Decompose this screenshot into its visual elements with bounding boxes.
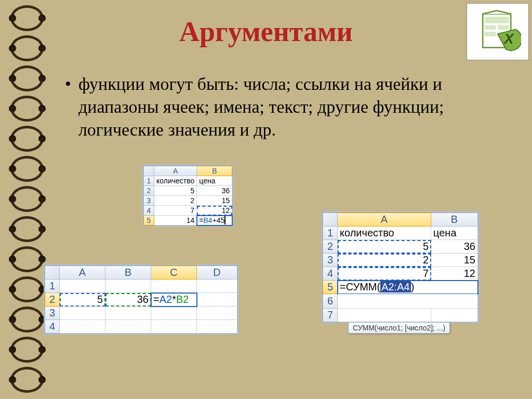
cell — [338, 294, 478, 309]
cell: цена — [197, 176, 232, 186]
row-header: 3 — [323, 254, 338, 267]
row-header: 2 — [323, 240, 338, 254]
row-header: 5 — [323, 281, 338, 294]
col-header-a: A — [154, 166, 197, 176]
row-header: 3 — [144, 196, 154, 206]
cell: 7 — [154, 206, 197, 216]
cell — [197, 307, 237, 320]
row-header: 4 — [144, 206, 154, 216]
row-header: 1 — [144, 176, 154, 186]
spiral-binding: // rings generated below by hydration — … — [10, 0, 47, 399]
body-paragraph: функции могут быть: числа; ссылки на яче… — [78, 73, 511, 142]
col-header-d: D — [197, 266, 237, 280]
row-header: 1 — [323, 227, 338, 240]
cell: количество — [154, 176, 197, 186]
cell: 12 — [431, 267, 478, 281]
col-header-a: A — [60, 266, 105, 280]
function-tooltip: СУММ(число1; [число2]; ...) — [348, 322, 450, 334]
cell — [105, 320, 151, 334]
cell-referenced: 36 — [105, 293, 151, 307]
cell-range-mid: 2 — [338, 254, 431, 267]
excel-snippet-3: A B 1 количество цена 2 5 36 3 2 15 4 7 … — [322, 212, 478, 323]
row-header: 4 — [323, 267, 338, 281]
col-header-b: B — [197, 166, 232, 176]
cell: 5 — [154, 186, 197, 196]
cell: 15 — [431, 254, 478, 267]
formula-range: A2:A4 — [380, 281, 410, 292]
cell — [60, 307, 105, 320]
slide-title: Аргументами — [0, 16, 532, 48]
cell — [197, 280, 237, 293]
formula-prefix: = — [199, 216, 203, 224]
row-header: 1 — [45, 280, 60, 293]
cell — [151, 307, 197, 320]
row-header: 6 — [323, 294, 338, 309]
cell: количество — [338, 227, 431, 240]
formula-cell[interactable]: =СУММ(A2:A4) — [338, 281, 478, 294]
cell: цена — [431, 227, 478, 240]
cell-range-top: 5 — [338, 240, 431, 254]
formula-ref-a: A2 — [159, 294, 172, 305]
select-all-corner — [45, 266, 60, 280]
row-header: 2 — [144, 186, 154, 196]
bullet-icon: • — [65, 73, 71, 142]
cell — [197, 293, 237, 307]
row-header: 7 — [323, 309, 338, 322]
formula-suffix: +45 — [212, 216, 226, 224]
formula-suffix: ) — [411, 281, 415, 292]
cell — [338, 309, 431, 322]
formula-prefix: = — [153, 294, 159, 305]
cell: 14 — [154, 216, 197, 225]
formula-prefix: =СУММ( — [340, 281, 380, 292]
row-header: 2 — [45, 293, 60, 307]
cell — [60, 320, 105, 334]
cell — [105, 307, 151, 320]
cell — [151, 320, 197, 334]
formula-ref: B4 — [204, 216, 212, 224]
cell: 15 — [197, 196, 232, 206]
body-text: • функции могут быть: числа; ссылки на я… — [65, 73, 511, 142]
cell — [197, 320, 237, 334]
select-all-corner — [323, 213, 338, 227]
col-header-b: B — [105, 266, 151, 280]
cell: 36 — [197, 186, 232, 196]
cell: 36 — [431, 240, 478, 254]
row-header: 4 — [45, 320, 60, 334]
col-header-c: C — [151, 266, 197, 280]
formula-op: * — [172, 294, 176, 305]
cell — [105, 280, 151, 293]
cell-range-bot: 7 — [338, 267, 431, 281]
formula-cell[interactable]: =B4+45 — [197, 216, 232, 225]
excel-snippet-1: A B 1 количество цена 2 5 36 3 2 15 4 7 … — [143, 165, 233, 226]
formula-ref-b: B2 — [176, 294, 189, 305]
excel-snippet-2: A B C D 1 2 5 36 =A2*B2 3 4 — [44, 265, 238, 334]
cell: 2 — [154, 196, 197, 206]
cell-referenced: 5 — [60, 293, 105, 307]
cell — [60, 280, 105, 293]
formula-cell[interactable]: =A2*B2 — [151, 293, 197, 307]
row-header: 5 — [144, 216, 154, 225]
cell-referenced: 12 — [197, 206, 232, 216]
col-header-b: B — [431, 213, 478, 227]
cell — [151, 280, 197, 293]
select-all-corner — [144, 166, 154, 176]
row-header: 3 — [45, 307, 60, 320]
cell — [431, 309, 478, 322]
col-header-a: A — [338, 213, 431, 227]
